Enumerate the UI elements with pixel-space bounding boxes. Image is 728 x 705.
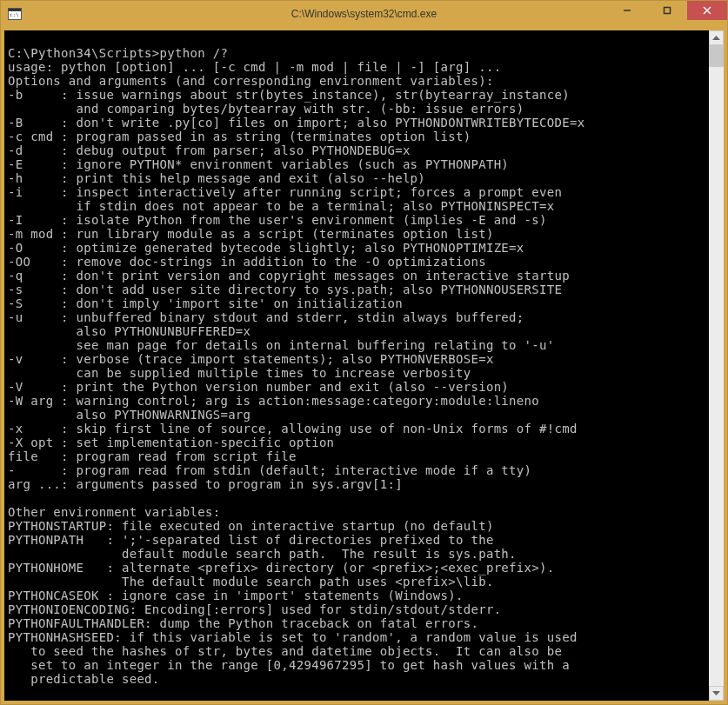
maximize-button[interactable] [647,1,687,20]
client-area: C:\Python34\Scripts>python /? usage: pyt… [1,27,727,704]
svg-marker-5 [712,691,720,695]
minimize-button[interactable] [607,1,647,20]
scroll-down-button[interactable] [709,686,724,701]
chevron-down-icon [712,691,720,695]
scrollbar-thumb[interactable] [709,45,724,67]
cmd-icon [8,8,22,20]
close-icon [703,6,711,15]
scrollbar-track[interactable] [709,45,724,686]
window-title: C:\Windows\system32\cmd.exe [291,8,437,20]
vertical-scrollbar[interactable] [709,30,724,701]
maximize-icon [663,6,671,15]
svg-marker-4 [712,36,720,40]
window-controls [607,1,727,20]
close-button[interactable] [687,1,727,20]
titlebar[interactable]: C:\Windows\system32\cmd.exe [1,1,727,27]
window-frame: C:\Windows\system32\cmd.exe C:\Python34\… [0,0,728,705]
scroll-up-button[interactable] [709,30,724,45]
chevron-up-icon [712,36,720,40]
minimize-icon [623,6,631,15]
console-output[interactable]: C:\Python34\Scripts>python /? usage: pyt… [4,30,709,701]
svg-rect-1 [665,8,671,14]
